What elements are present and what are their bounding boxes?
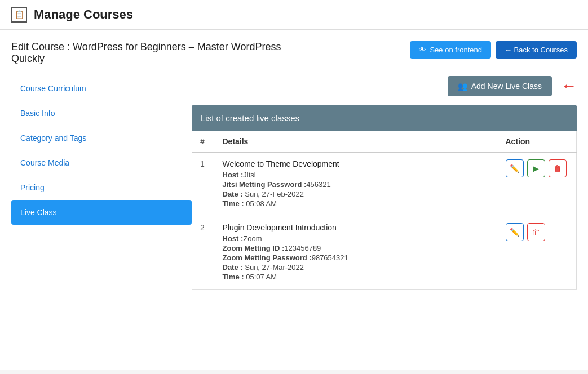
row2-time: Time : 05:07 AM xyxy=(223,273,490,281)
sidebar-item-course-curriculum[interactable]: Course Curriculum xyxy=(11,76,192,101)
row2-action-btns: ✏️ 🗑 xyxy=(506,223,569,241)
add-new-live-class-button[interactable]: 👥 Add New Live Class xyxy=(448,76,552,96)
main-layout: Course Curriculum Basic Info Category an… xyxy=(11,76,577,290)
header-bar: 📋 Manage Courses xyxy=(0,0,588,30)
row2-delete-button[interactable]: 🗑 xyxy=(527,223,545,241)
arrow-indicator: ← xyxy=(561,78,577,94)
row2-meeting-id: Zoom Metting ID :123456789 xyxy=(223,244,490,252)
table-row: 2 Plugin Development Introduction Host :… xyxy=(192,216,577,290)
add-live-class-label: Add New Live Class xyxy=(471,82,542,91)
live-classes-table: # Details Action 1 Welcome to Theme Deve… xyxy=(192,131,577,290)
row2-title: Plugin Development Introduction xyxy=(223,223,490,232)
row2-date: Date : Sun, 27-Mar-2022 xyxy=(223,263,490,271)
row1-num: 1 xyxy=(192,152,215,216)
eye-icon: 👁 xyxy=(419,46,426,54)
row1-title: Welcome to Theme Development xyxy=(223,159,490,168)
row1-play-button[interactable]: ▶ xyxy=(527,159,545,177)
sidebar-item-course-media[interactable]: Course Media xyxy=(11,150,192,175)
top-row: Edit Course : WordPress for Beginners – … xyxy=(11,41,577,65)
sidebar-item-category-tags[interactable]: Category and Tags xyxy=(11,126,192,150)
row1-time: Time : 05:08 AM xyxy=(223,199,490,208)
main-content: 👥 Add New Live Class ← List of created l… xyxy=(192,76,577,290)
content-area: Edit Course : WordPress for Beginners – … xyxy=(0,30,588,370)
row1-action: ✏️ ▶ 🗑 xyxy=(498,152,577,216)
add-btn-row: 👥 Add New Live Class ← xyxy=(192,76,577,96)
back-to-courses-label: ← Back to Courses xyxy=(505,46,568,54)
manage-courses-icon: 📋 xyxy=(11,7,27,23)
row1-host: Host :Jitsi xyxy=(223,171,490,179)
sidebar: Course Curriculum Basic Info Category an… xyxy=(11,76,192,290)
col-header-num: # xyxy=(192,131,215,153)
row2-password: Zoom Metting Password :987654321 xyxy=(223,253,490,262)
edit-course-title: Edit Course : WordPress for Beginners – … xyxy=(11,41,293,65)
row2-host: Host :Zoom xyxy=(223,234,490,243)
row1-delete-button[interactable]: 🗑 xyxy=(549,159,567,177)
sidebar-item-basic-info[interactable]: Basic Info xyxy=(11,101,192,126)
list-header: List of created live classes xyxy=(192,105,577,131)
row1-action-btns: ✏️ ▶ 🗑 xyxy=(506,159,569,177)
col-header-action: Action xyxy=(498,131,577,153)
row1-date: Date : Sun, 27-Feb-2022 xyxy=(223,190,490,198)
row1-edit-button[interactable]: ✏️ xyxy=(506,159,524,177)
see-frontend-button[interactable]: 👁 See on frontend xyxy=(410,41,491,59)
row1-details: Welcome to Theme Development Host :Jitsi… xyxy=(215,152,498,216)
row2-num: 2 xyxy=(192,216,215,290)
see-frontend-label: See on frontend xyxy=(430,46,482,54)
table-row: 1 Welcome to Theme Development Host :Jit… xyxy=(192,152,577,216)
users-icon: 👥 xyxy=(458,82,467,91)
row2-details: Plugin Development Introduction Host :Zo… xyxy=(215,216,498,290)
row2-edit-button[interactable]: ✏️ xyxy=(506,223,524,241)
top-buttons: 👁 See on frontend ← Back to Courses xyxy=(410,41,577,59)
row2-action: ✏️ 🗑 xyxy=(498,216,577,290)
sidebar-item-pricing[interactable]: Pricing xyxy=(11,175,192,200)
page-title: Manage Courses xyxy=(34,7,133,22)
col-header-details: Details xyxy=(215,131,498,153)
back-to-courses-button[interactable]: ← Back to Courses xyxy=(496,41,577,59)
sidebar-item-live-class[interactable]: Live Class xyxy=(11,200,192,225)
row1-password: Jitsi Metting Password :456321 xyxy=(223,180,490,189)
